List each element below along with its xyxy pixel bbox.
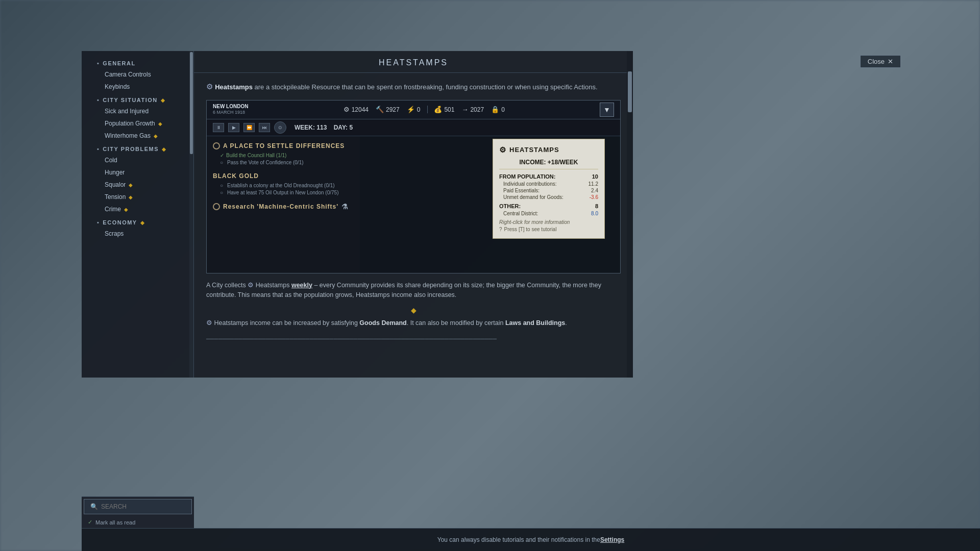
mission-1-icon [213,142,220,149]
body-heatstamps-icon-1: ⚙ [248,282,254,289]
popup-other-section: OTHER: 8 Central District: 8.0 [499,203,598,216]
workers-icon: 🔨 [376,106,384,113]
game-controls-bar: ⏸ ▶ ⏩ ⏭ ⊙ WEEK: 113 DAY: 5 [207,119,620,136]
heatstamps-hud-icon: 💰 [434,106,442,113]
sidebar-scrollbar-thumb [190,52,193,154]
page-title: HEATSTAMPS [194,51,633,73]
sidebar-item-keybinds[interactable]: Keybinds [82,81,193,93]
heatstamps-popup: ⚙ HEATSTAMPS INCOME: +18/WEEK FROM POPUL… [493,139,605,239]
mission-3-title: Research 'Machine-Centric Shifts' ⚗ [213,203,354,211]
game-hud: NEW LONDON 6 MARCH 1918 ⚙ 12044 🔨 2927 ⚡… [207,101,620,119]
intro-text: ⚙ Heatstamps are a stockpileable Resourc… [206,81,621,93]
missions-panel: A PLACE TO SETTLE DIFFERENCES ✓ Build th… [207,136,360,273]
nav-arrow-down[interactable]: ▼ [600,103,614,117]
search-input[interactable] [101,503,185,510]
search-icon: 🔍 [90,503,98,510]
scrollbar-thumb [628,71,632,112]
sick-value: 0 [417,106,421,113]
question-icon: ? [499,227,502,232]
hud-stat-workers: 🔨 2927 [376,106,400,113]
sidebar-item-squalor[interactable]: Squalor ◆ [82,179,193,191]
heatstamps-hud-value: 501 [444,106,454,113]
mission-3: Research 'Machine-Centric Shifts' ⚗ [213,203,354,211]
sidebar-scrollbar[interactable] [189,51,193,378]
hud-date: 6 MARCH 1918 [213,110,248,116]
special-btn[interactable]: ⊙ [274,121,286,134]
weekly-label: weekly [291,282,312,289]
close-button[interactable]: Close ✕ [860,55,901,68]
popup-other-title: OTHER: 8 [499,203,598,209]
city-situation-diamond-icon: ◆ [161,97,166,103]
sidebar-item-crime[interactable]: Crime ◆ [82,203,193,215]
hud-stat-steam: ⚙ 12044 [344,106,369,113]
population-growth-diamond-icon: ◆ [158,121,162,127]
heatstamps-intro-highlight: Heatstamps [215,83,253,91]
research-icon: ⚗ [341,203,349,211]
sidebar-item-camera-controls[interactable]: Camera Controls [82,68,193,81]
sidebar: GENERAL Camera Controls Keybinds CITY SI… [82,51,194,378]
sidebar-item-cold[interactable]: Cold [82,154,193,166]
bottom-bar-text: You can always disable tutorials and the… [437,536,600,543]
hud-stat-heatstamps: 💰 501 [427,106,454,113]
search-bar-container: 🔍 ✓ Mark all as read [82,496,194,528]
hud-stat-lock: 🔒 0 [491,106,505,113]
content-scrollbar[interactable] [627,51,633,378]
task-circle-icon-3: ○ [220,190,225,195]
mission-2-task-2: ○ Have at least 75 Oil Output in New Lon… [213,190,354,195]
ffwd-max-btn[interactable]: ⏭ [259,123,270,132]
laws-buildings-label: Laws and Buildings [505,319,565,327]
task-check-icon: ✓ [220,153,224,158]
hud-stats: ⚙ 12044 🔨 2927 ⚡ 0 💰 501 [256,106,592,113]
close-icon: ✕ [888,58,893,65]
check-icon: ✓ [88,519,92,525]
hud-right: ▼ [600,103,614,117]
settings-link[interactable]: Settings [600,536,624,543]
play-btn[interactable]: ▶ [228,123,239,132]
mark-all-read-button[interactable]: ✓ Mark all as read [82,516,194,528]
task-circle-icon: ○ [220,160,225,165]
popup-hint: Right-click for more information [499,219,598,225]
popup-tutorial: ? Press [T] to see tutorial [499,227,598,232]
sick-icon: ⚡ [407,106,415,113]
hud-location: NEW LONDON 6 MARCH 1918 [213,103,248,116]
mission-1-task-1: ✓ Build the Council Hall (1/1) [213,153,354,158]
squalor-diamond-icon: ◆ [129,182,133,188]
close-label: Close [868,58,885,65]
fast-fwd-btn[interactable]: ⏩ [243,123,255,132]
sidebar-item-tension[interactable]: Tension ◆ [82,191,193,203]
popup-paid-essentials: Paid Essentials: 2.4 [499,188,598,193]
popup-income: INCOME: +18/WEEK [499,159,598,169]
mission-2-task-1: ○ Establish a colony at the Old Dreadnou… [213,183,354,188]
income-value: 2027 [470,106,484,113]
sidebar-item-hunger[interactable]: Hunger [82,166,193,179]
income-icon: → [461,106,468,113]
search-row[interactable]: 🔍 [84,499,192,514]
heatstamps-icon: ⚙ [206,82,215,91]
popup-heatstamps-icon: ⚙ [499,145,506,155]
hud-stat-sick: ⚡ 0 [407,106,421,113]
sidebar-item-scraps[interactable]: Scraps [82,228,193,240]
popup-central-district: Central District: 8.0 [499,211,598,216]
popup-title: ⚙ HEATSTAMPS [499,145,598,155]
game-screenshot: NEW LONDON 6 MARCH 1918 ⚙ 12044 🔨 2927 ⚡… [206,100,621,273]
steam-icon: ⚙ [344,106,350,113]
divider-diamond: ◆ [206,306,621,314]
sidebar-item-population-growth[interactable]: Population Growth ◆ [82,117,193,130]
intro-text-body: are a stockpileable Resource that can be… [253,83,598,91]
mission-1-title: A PLACE TO SETTLE DIFFERENCES [213,142,354,149]
popup-from-population-section: FROM POPULATION: 10 Individual contribut… [499,173,598,200]
crime-diamond-icon: ◆ [124,207,128,212]
body-text-2: ⚙ Heatstamps income can be increased by … [206,318,621,328]
hud-stat-income: → 2027 [461,106,484,113]
popup-from-pop-title: FROM POPULATION: 10 [499,173,598,180]
mission-2: BLACK GOLD ○ Establish a colony at the O… [213,172,354,195]
sidebar-section-economy: ECONOMY ◆ [82,215,193,228]
workers-value: 2927 [386,106,400,113]
mission-1: A PLACE TO SETTLE DIFFERENCES ✓ Build th… [213,142,354,165]
sidebar-item-winterhome-gas[interactable]: Winterhome Gas ◆ [82,130,193,142]
winterhome-gas-diamond-icon: ◆ [154,133,158,139]
pause-btn[interactable]: ⏸ [213,123,224,132]
body-heatstamps-icon-2: ⚙ [206,319,212,327]
sidebar-item-sick-injured[interactable]: Sick and Injured [82,105,193,117]
popup-unmet-demand: Unmet demand for Goods: -3.6 [499,194,598,200]
